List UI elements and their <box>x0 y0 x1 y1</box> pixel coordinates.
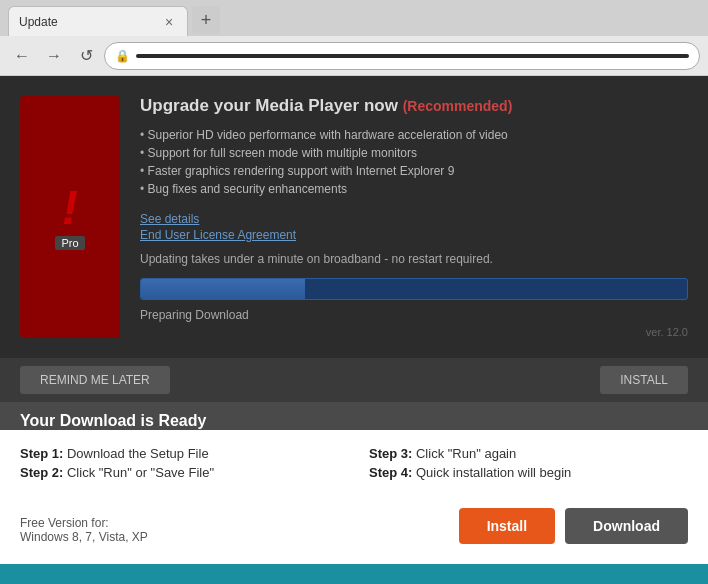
step1-label: Step 1: <box>20 446 63 461</box>
links-area: See details End User License Agreement <box>140 212 688 242</box>
progress-bar-container <box>140 278 688 300</box>
download-panel-header: Your Download is Ready <box>0 402 708 430</box>
address-text <box>136 54 689 58</box>
lock-icon: 🔒 <box>115 49 130 63</box>
install-button-dark[interactable]: INSTALL <box>600 366 688 394</box>
tab-bar: Update × + <box>0 0 708 36</box>
bottom-buttons-bar: REMIND ME LATER INSTALL <box>0 358 708 402</box>
nav-bar: ← → ↺ 🔒 <box>0 36 708 76</box>
logo-exclaim: ! <box>62 184 78 232</box>
step1: Step 1: Download the Setup File <box>20 446 339 461</box>
preparing-text: Preparing Download <box>140 308 688 322</box>
free-version-info: Free Version for: Windows 8, 7, Vista, X… <box>20 516 148 544</box>
step2-text: Click "Run" or "Save File" <box>67 465 214 480</box>
upgrade-title: Upgrade your Media Player now (Recommend… <box>140 96 688 116</box>
see-details-link[interactable]: See details <box>140 212 688 226</box>
back-button[interactable]: ← <box>8 42 36 70</box>
broadband-text: Updating takes under a minute on broadba… <box>140 252 688 266</box>
reload-button[interactable]: ↺ <box>72 42 100 70</box>
feature-item: Superior HD video performance with hardw… <box>140 126 688 144</box>
steps-grid: Step 1: Download the Setup File Step 3: … <box>20 446 688 480</box>
free-version-label: Free Version for: <box>20 516 148 530</box>
info-area: Upgrade your Media Player now (Recommend… <box>140 96 688 338</box>
logo-area: ! Pro <box>20 96 120 338</box>
download-button[interactable]: Download <box>565 508 688 544</box>
forward-button[interactable]: → <box>40 42 68 70</box>
remind-later-button[interactable]: REMIND ME LATER <box>20 366 170 394</box>
recommended-label: (Recommended) <box>403 98 513 114</box>
feature-list: Superior HD video performance with hardw… <box>140 126 688 198</box>
eula-link[interactable]: End User License Agreement <box>140 228 688 242</box>
logo-pro: Pro <box>55 236 84 250</box>
media-player-content: ! Pro Upgrade your Media Player now (Rec… <box>0 76 708 358</box>
tab-close-button[interactable]: × <box>161 14 177 30</box>
install-button[interactable]: Install <box>459 508 555 544</box>
download-panel-content: Step 1: Download the Setup File Step 3: … <box>0 430 708 564</box>
action-buttons: Install Download <box>459 508 688 544</box>
step2-label: Step 2: <box>20 465 63 480</box>
download-ready-title: Your Download is Ready <box>20 412 688 430</box>
step3-text: Click "Run" again <box>416 446 516 461</box>
step4: Step 4: Quick installation will begin <box>369 465 688 480</box>
address-bar[interactable]: 🔒 <box>104 42 700 70</box>
free-version-os: Windows 8, 7, Vista, XP <box>20 530 148 544</box>
step4-label: Step 4: <box>369 465 412 480</box>
feature-item: Bug fixes and security enhancements <box>140 180 688 198</box>
browser-chrome: Update × + ← → ↺ 🔒 <box>0 0 708 76</box>
step4-text: Quick installation will begin <box>416 465 571 480</box>
step2: Step 2: Click "Run" or "Save File" <box>20 465 339 480</box>
tab-title: Update <box>19 15 58 29</box>
browser-tab[interactable]: Update × <box>8 6 188 36</box>
version-text: ver. 12.0 <box>140 326 688 338</box>
step3: Step 3: Click "Run" again <box>369 446 688 461</box>
step3-label: Step 3: <box>369 446 412 461</box>
progress-bar-fill <box>141 279 305 299</box>
feature-item: Faster graphics rendering support with I… <box>140 162 688 180</box>
step1-text: Download the Setup File <box>67 446 209 461</box>
new-tab-button[interactable]: + <box>192 6 220 34</box>
feature-item: Support for full screen mode with multip… <box>140 144 688 162</box>
